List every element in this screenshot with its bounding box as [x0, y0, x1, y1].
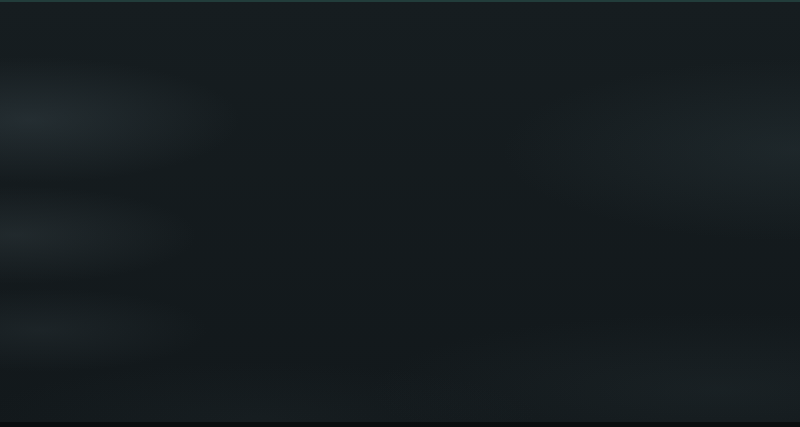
price-history-chart[interactable]	[0, 0, 800, 427]
legend-item-median-day-price[interactable]	[0, 22, 10, 36]
median-price-swatch-icon	[0, 27, 4, 31]
window-bottom-edge	[0, 422, 800, 427]
market-history-window	[0, 0, 800, 427]
chart-legend	[0, 22, 800, 36]
